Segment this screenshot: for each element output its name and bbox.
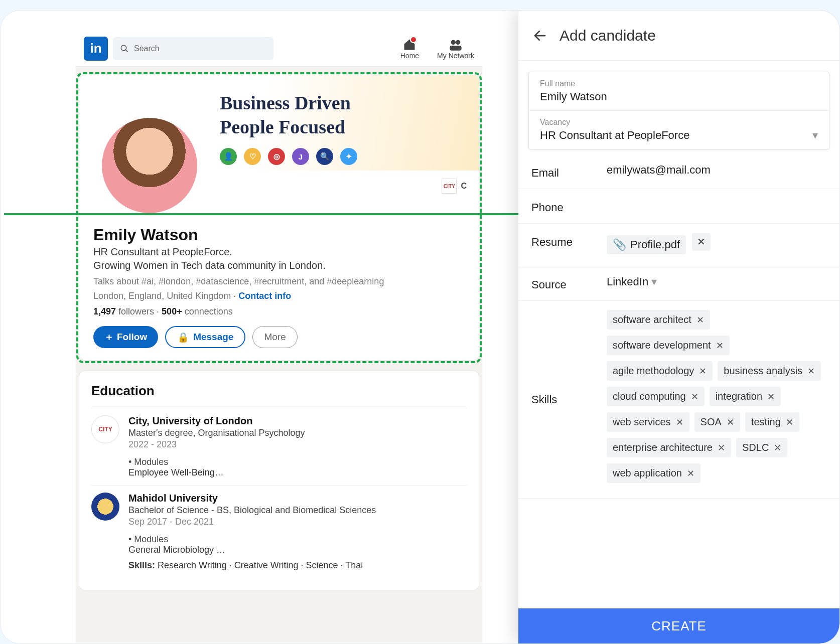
svg-point-0 (121, 45, 126, 51)
profile-title: HR Consultant at PeopleForce. (93, 246, 465, 258)
contact-info-link[interactable]: Contact info (238, 291, 291, 301)
remove-skill-icon[interactable]: ✕ (696, 314, 704, 326)
arrow-left-icon (532, 28, 547, 43)
resume-row: Resume 📎 Profile.pdf ✕ (518, 224, 839, 266)
remove-skill-icon[interactable]: ✕ (807, 366, 815, 377)
panel-header: Add candidate (518, 11, 839, 61)
svg-point-3 (456, 40, 460, 44)
svg-point-2 (451, 40, 456, 44)
skill-chip[interactable]: cloud computing✕ (607, 387, 705, 406)
add-candidate-panel: Add candidate Full name Emily Watson Vac… (518, 11, 839, 643)
edu-dates: Sep 2017 - Dec 2021 (128, 517, 376, 527)
profile-stats: 1,497 followers · 500+ connections (93, 306, 465, 317)
education-item: Mahidol University Bachelor of Science -… (91, 485, 467, 578)
remove-skill-icon[interactable]: ✕ (718, 442, 725, 453)
remove-skill-icon[interactable]: ✕ (767, 391, 775, 402)
lock-icon: 🔒 (177, 332, 189, 343)
badge-yellow: ♡ (244, 148, 261, 165)
badge-navy: 🔍 (316, 148, 333, 165)
back-button[interactable] (532, 28, 547, 43)
badge-red: ◎ (268, 148, 285, 165)
svg-rect-4 (450, 46, 461, 50)
education-item: CITY City, University of London Master's… (91, 408, 467, 485)
plus-icon: ＋ (104, 331, 114, 344)
profile-name: Emily Watson (93, 226, 465, 244)
school-logo: CITY (91, 415, 119, 443)
skill-chip[interactable]: business analysis✕ (718, 361, 821, 381)
skill-chip[interactable]: integration✕ (710, 387, 781, 406)
badge-row: 👤 ♡ ◎ J 🔍 ✦ (220, 148, 479, 165)
profile-talks: Talks about #ai, #london, #datascience, … (93, 276, 465, 287)
cover-line2: People Focused (220, 115, 479, 139)
skill-chip[interactable]: SOA✕ (694, 412, 740, 432)
nav-network[interactable]: My Network (437, 38, 474, 60)
modules-label: • Modules (128, 534, 376, 545)
resume-file-chip[interactable]: 📎 Profile.pdf (607, 235, 686, 254)
skill-chip[interactable]: software development✕ (607, 336, 730, 355)
linkedin-view: in Search Home My Network (76, 31, 482, 642)
profile-avatar[interactable] (99, 115, 200, 216)
profile-location: London, England, United Kingdom · Contac… (93, 291, 465, 301)
degree: Master's degree, Organisational Psycholo… (128, 428, 305, 438)
attachment-icon: 📎 (613, 238, 626, 251)
search-icon (120, 44, 129, 53)
skills-container: software architect✕software development✕… (607, 310, 826, 489)
skill-chip[interactable]: enterprise architecture✕ (607, 438, 731, 457)
org-mark[interactable]: CITY C (442, 179, 467, 194)
badge-blue: ✦ (340, 148, 357, 165)
modules-text: Employee Well-Being… (128, 467, 305, 478)
remove-skill-icon[interactable]: ✕ (786, 417, 793, 428)
search-placeholder: Search (134, 44, 160, 53)
skills-line: Skills: Research Writing · Creative Writ… (128, 560, 376, 571)
school-logo (91, 493, 119, 521)
phone-row[interactable]: Phone (518, 189, 839, 224)
badge-purple: J (292, 148, 309, 165)
source-row[interactable]: Source LinkedIn ▾ (518, 266, 839, 301)
degree: Bachelor of Science - BS, Biological and… (128, 505, 376, 516)
school-name[interactable]: City, University of London (128, 415, 305, 427)
org-icon: CITY (442, 179, 457, 194)
nav-home[interactable]: Home (400, 38, 419, 60)
network-icon (449, 38, 463, 52)
skill-chip[interactable]: agile methodology✕ (607, 361, 713, 381)
notification-dot (410, 36, 417, 43)
remove-resume-button[interactable]: ✕ (692, 233, 711, 251)
remove-skill-icon[interactable]: ✕ (699, 366, 707, 377)
follow-button[interactable]: ＋Follow (93, 326, 158, 348)
remove-skill-icon[interactable]: ✕ (687, 468, 694, 479)
panel-title: Add candidate (559, 27, 656, 44)
remove-skill-icon[interactable]: ✕ (716, 340, 724, 351)
chevron-down-icon: ▾ (651, 275, 657, 288)
edu-dates: 2022 - 2023 (128, 439, 305, 450)
remove-skill-icon[interactable]: ✕ (691, 391, 698, 402)
message-button[interactable]: 🔒Message (165, 326, 245, 348)
skill-chip[interactable]: web application✕ (607, 463, 701, 483)
email-row[interactable]: Email emilywats@mail.com (518, 154, 839, 189)
remove-skill-icon[interactable]: ✕ (727, 417, 734, 428)
more-button[interactable]: More (252, 326, 297, 348)
education-heading: Education (91, 383, 467, 399)
chevron-down-icon: ▾ (812, 129, 818, 142)
skill-chip[interactable]: testing✕ (745, 412, 799, 432)
linkedin-logo[interactable]: in (84, 37, 108, 61)
app-frame: in Search Home My Network (0, 10, 840, 644)
top-nav: in Search Home My Network (76, 31, 482, 67)
modules-label: • Modules (128, 457, 305, 467)
skill-chip[interactable]: SDLC✕ (736, 438, 787, 457)
school-name[interactable]: Mahidol University (128, 493, 376, 504)
education-card: Education CITY City, University of Londo… (79, 371, 479, 590)
remove-skill-icon[interactable]: ✕ (676, 417, 683, 428)
skills-row: Skills software architect✕software devel… (518, 301, 839, 499)
skill-chip[interactable]: web services✕ (607, 412, 689, 432)
full-name-field[interactable]: Full name Emily Watson (529, 72, 829, 111)
search-input[interactable]: Search (113, 37, 273, 60)
vacancy-field[interactable]: Vacancy HR Consultant at PeopleForce ▾ (529, 111, 829, 149)
skill-chip[interactable]: software architect✕ (607, 310, 710, 330)
profile-subtitle: Growing Women in Tech data community in … (93, 260, 465, 271)
cover-line1: Business Driven (220, 91, 479, 115)
create-button[interactable]: CREATE (518, 608, 839, 643)
modules-text: General Microbiology … (128, 545, 376, 555)
email-value: emilywats@mail.com (607, 164, 826, 177)
remove-skill-icon[interactable]: ✕ (774, 442, 781, 453)
badge-green: 👤 (220, 148, 237, 165)
